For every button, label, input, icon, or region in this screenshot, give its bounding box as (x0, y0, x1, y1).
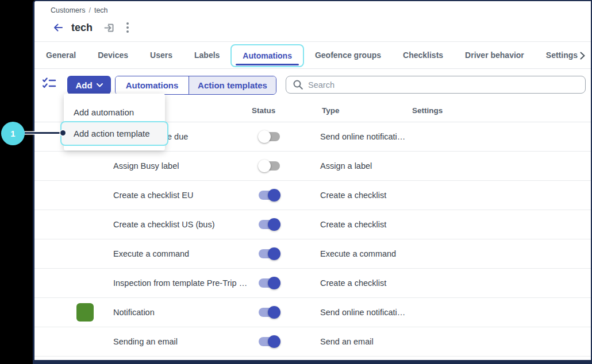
view-segmented-control: Automations Action templates (115, 76, 276, 95)
chevron-right-icon (580, 52, 585, 60)
table-row[interactable]: Inspection from template Pre-Trip … Crea… (34, 269, 591, 298)
tab-devices[interactable]: Devices (87, 42, 139, 69)
table-row[interactable]: Sending an email Send an email (34, 327, 591, 357)
status-toggle[interactable] (259, 337, 280, 346)
tabs-overflow-button[interactable] (580, 42, 585, 69)
row-type: Assign a label (320, 161, 372, 171)
row-name: Inspection from template Pre-Trip … (113, 278, 247, 288)
row-type: Execute a command (320, 249, 396, 258)
row-name: Create a checklist EU (113, 191, 193, 200)
tab-general[interactable]: General (35, 42, 87, 69)
row-name: Create a checklist US (bus) (113, 220, 214, 229)
row-type: Send online notificati… (320, 132, 405, 141)
column-header-type: Type (322, 106, 340, 115)
status-toggle[interactable] (259, 220, 280, 229)
tab-geofence-groups[interactable]: Geofence groups (304, 42, 392, 69)
search-icon (293, 80, 303, 90)
row-type: Send an email (320, 337, 374, 346)
search-input[interactable] (308, 80, 585, 90)
page-title: tech (71, 22, 93, 34)
checklist-icon (43, 78, 56, 90)
tab-users[interactable]: Users (139, 42, 183, 69)
row-type: Create a checklist (320, 191, 386, 200)
kebab-menu-icon (126, 22, 129, 33)
open-in-icon (104, 22, 115, 33)
status-toggle[interactable] (259, 278, 280, 288)
back-button[interactable] (51, 20, 66, 35)
row-type: Send online notificati… (320, 308, 405, 317)
row-name: Assign Busy label (113, 161, 179, 171)
tab-bar: General Devices Users Labels Automations… (34, 42, 591, 69)
table-row[interactable]: Execute a command Execute a command (34, 239, 591, 269)
row-name: Execute a command (113, 249, 189, 258)
row-name: Notification (113, 308, 155, 317)
tab-checklists[interactable]: Checklists (392, 42, 454, 69)
breadcrumb-tech: tech (94, 6, 108, 14)
app-header: Customers/tech tech (34, 1, 591, 42)
status-toggle[interactable] (259, 191, 280, 200)
row-name: Sending an email (113, 337, 178, 346)
column-header-status: Status (252, 106, 275, 115)
callout-badge-1: 1 (1, 122, 25, 145)
more-actions-button[interactable] (120, 20, 135, 35)
callout-line (25, 132, 63, 134)
breadcrumb-customers[interactable]: Customers (51, 6, 85, 14)
status-toggle[interactable] (259, 308, 280, 317)
menu-item-add-action-template[interactable]: Add action template (60, 121, 168, 146)
add-button[interactable]: Add (67, 76, 111, 94)
row-type: Create a checklist (320, 220, 386, 229)
status-toggle[interactable] (259, 132, 280, 141)
status-toggle[interactable] (259, 249, 280, 258)
title-row: tech (51, 20, 135, 35)
color-swatch (76, 303, 94, 322)
checklist-view-button[interactable] (43, 78, 56, 90)
table-row[interactable]: Notification Send online notificati… (34, 298, 591, 327)
tab-automations[interactable]: Automations (230, 44, 304, 67)
tab-labels[interactable]: Labels (183, 42, 230, 69)
app-window: Customers/tech tech General Devices User… (33, 0, 592, 364)
table-row[interactable]: Assign Busy label Assign a label (34, 152, 591, 181)
chevron-down-icon (97, 83, 103, 87)
status-toggle[interactable] (259, 161, 280, 171)
callout-dot (60, 130, 66, 135)
table-row[interactable]: Create a checklist EU Create a checklist (34, 181, 591, 210)
arrow-left-icon (52, 22, 64, 33)
segment-action-templates[interactable]: Action templates (189, 76, 276, 94)
breadcrumb-separator: / (89, 6, 90, 14)
tab-driver-behavior[interactable]: Driver behavior (454, 42, 535, 69)
column-header-settings: Settings (412, 106, 443, 115)
breadcrumb: Customers/tech (51, 6, 108, 14)
table-row[interactable]: Create a checklist US (bus) Create a che… (34, 210, 591, 239)
row-type: Create a checklist (320, 278, 386, 288)
open-entity-button[interactable] (102, 20, 117, 35)
search-box[interactable] (286, 76, 586, 94)
segment-automations[interactable]: Automations (116, 76, 189, 94)
